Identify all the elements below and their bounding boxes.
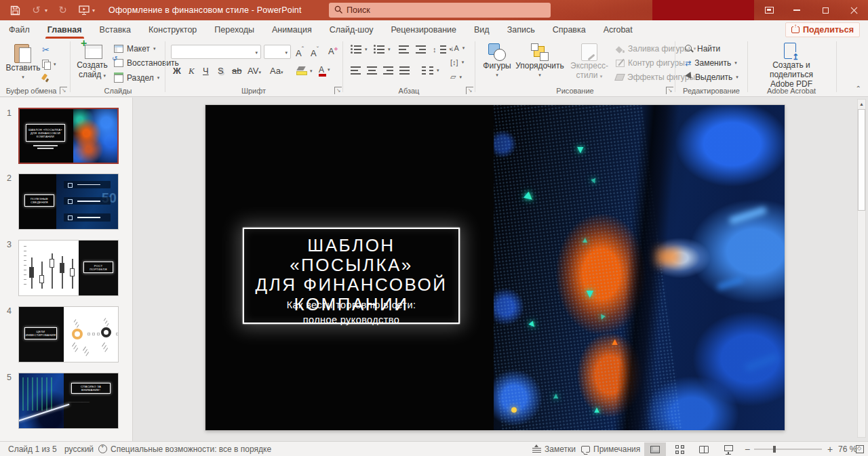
slide-thumbnail-1[interactable]: ШАБЛОН «ПОСЫЛКА» ДЛЯ ФИНАНСОВОЙ КОМПАНИИ (18, 108, 119, 164)
paragraph-dialog-launcher[interactable]: ↘ (466, 87, 473, 94)
bullets-button[interactable]: ▾ (351, 45, 368, 54)
collapse-ribbon-icon[interactable]: ⌃ (856, 85, 861, 92)
minimize-icon (793, 9, 800, 11)
vertical-scrollbar[interactable]: ▲ (857, 99, 866, 438)
comments-toggle[interactable]: Примечания (581, 442, 640, 456)
tab-view[interactable]: Вид (465, 20, 498, 39)
columns-button[interactable]: ▾ (422, 66, 439, 75)
select-button[interactable]: Выделить▾ (685, 72, 738, 82)
convert-smartart-button[interactable]: ▱▾ (450, 72, 462, 81)
underline-button[interactable]: Ч (203, 66, 209, 76)
tab-slideshow[interactable]: Слайд-шоу (321, 20, 382, 39)
tab-record[interactable]: Запись (498, 20, 544, 39)
paste-button[interactable]: Вставить ▾ (7, 43, 39, 82)
reading-view-button[interactable] (693, 442, 715, 456)
slide-thumbnail-4[interactable]: ЦЕЛИ ИНВЕСТИРОВАНИЯ (18, 306, 119, 362)
justify-button[interactable] (399, 66, 410, 75)
minimize-button[interactable] (783, 0, 811, 20)
slide-thumbnail-5[interactable]: СПАСИБО ЗА ВНИМАНИЕ! ______________ (18, 373, 119, 429)
align-text-button[interactable]: [↕]▾ (450, 58, 464, 66)
reset-button[interactable]: Восстановить (114, 58, 179, 68)
shrink-font-button[interactable]: А (311, 46, 319, 58)
tab-file[interactable]: Файл (0, 20, 39, 39)
quick-styles-button[interactable]: Экспресс- стили ▾ (568, 43, 610, 81)
text-highlight-button[interactable]: ▾ (296, 66, 313, 75)
tab-review[interactable]: Рецензирование (382, 20, 465, 39)
decrease-indent-button[interactable] (399, 45, 409, 54)
find-button[interactable]: Найти (685, 44, 720, 54)
numbering-button[interactable]: ▾ (374, 45, 391, 54)
shape-fill-button[interactable]: Заливка фигуры▾ (616, 44, 696, 54)
language-indicator[interactable]: русский (64, 442, 94, 456)
close-button[interactable] (840, 0, 868, 20)
format-painter-button[interactable] (42, 74, 51, 83)
slide-thumbnail-3[interactable]: РОСТ ПОРТФЕЛЯ (18, 240, 119, 296)
zoom-out-button[interactable]: − (745, 442, 750, 456)
increase-indent-button[interactable] (416, 45, 426, 54)
tab-design[interactable]: Конструктор (140, 20, 205, 39)
cut-button[interactable]: ✂ (42, 45, 50, 55)
slide-counter[interactable]: Слайд 1 из 5 (8, 442, 57, 456)
search-input[interactable]: Поиск (329, 3, 551, 18)
copy-button[interactable]: ▾ (42, 60, 56, 68)
character-spacing-button[interactable]: AV▾ (248, 66, 261, 76)
create-pdf-button[interactable]: Создать и поделиться Adobe PDF (751, 43, 831, 89)
align-center-button[interactable] (367, 66, 377, 75)
zoom-in-button[interactable]: + (827, 442, 833, 456)
undo-dropdown-icon[interactable]: ▾ (45, 7, 47, 14)
strikethrough-button[interactable]: ab (232, 66, 241, 76)
zoom-slider[interactable] (754, 449, 822, 450)
new-slide-button[interactable]: Создать слайд ▾ (75, 43, 110, 81)
scrollbar-thumb[interactable] (858, 109, 865, 211)
grow-font-button[interactable]: А (296, 46, 304, 58)
customize-qat-icon[interactable]: ▾ (92, 7, 95, 14)
start-slideshow-icon[interactable] (78, 5, 90, 16)
columns-icon (422, 66, 426, 75)
slide-thumbnail-2[interactable]: 50 ПОЛЕЗНЫЕ СВЕДЕНИЯ (18, 173, 119, 230)
zoom-slider-thumb[interactable] (773, 446, 776, 453)
save-icon[interactable] (9, 5, 21, 16)
align-right-button[interactable] (383, 66, 393, 75)
undo-icon[interactable]: ↺ (31, 5, 42, 16)
line-spacing-button[interactable]: ↕▾ (433, 45, 452, 54)
section-button[interactable]: Раздел▾ (114, 72, 159, 83)
align-left-button[interactable] (351, 66, 361, 75)
shape-outline-button[interactable]: Контур фигуры▾ (616, 58, 690, 68)
replace-button[interactable]: ⇄Заменить▾ (685, 58, 737, 68)
tab-help[interactable]: Справка (544, 20, 595, 39)
slide-canvas[interactable]: ▲ ▲ ▲ ▲ ▲ ▲ ▲ ▲ ▲ ▲ ШАБЛОН «ПОСЫЛКА» ДЛЯ… (205, 105, 785, 430)
font-color-button[interactable]: А▾ (319, 65, 330, 75)
tab-insert[interactable]: Вставка (91, 20, 140, 39)
maximize-button[interactable] (811, 0, 840, 20)
tab-animations[interactable]: Анимация (263, 20, 321, 39)
tab-acrobat[interactable]: Acrobat (595, 20, 642, 39)
shapes-button[interactable]: Фигуры▾ (480, 43, 514, 80)
change-case-button[interactable]: Aa▾ (270, 66, 283, 76)
drawing-dialog-launcher[interactable]: ↘ (666, 87, 673, 94)
accessibility-status[interactable]: Специальные возможности: все в порядке (98, 442, 271, 456)
clipboard-dialog-launcher[interactable]: ↘ (60, 87, 67, 94)
text-shadow-button[interactable]: S (218, 66, 224, 76)
notes-toggle[interactable]: Заметки (532, 442, 576, 456)
font-name-combo[interactable]: ▾ (171, 45, 261, 59)
tab-transitions[interactable]: Переходы (205, 20, 263, 39)
text-direction-button[interactable]: ↓A▾ (450, 44, 465, 52)
tab-home[interactable]: Главная (39, 20, 91, 39)
font-size-combo[interactable]: ▾ (264, 45, 291, 59)
slideshow-view-button[interactable] (717, 442, 739, 456)
font-dialog-launcher[interactable]: ↘ (334, 87, 342, 94)
clear-formatting-button[interactable]: А (328, 46, 338, 56)
share-button[interactable]: Поделиться (785, 22, 860, 37)
zoom-level[interactable]: 76 % (838, 442, 856, 456)
redo-icon[interactable]: ↻ (57, 5, 68, 16)
italic-button[interactable]: К (189, 66, 195, 77)
arrange-button[interactable]: Упорядочить▾ (513, 43, 567, 80)
normal-view-button[interactable] (644, 442, 666, 456)
bold-button[interactable]: Ж (173, 66, 181, 76)
scroll-up-icon[interactable]: ▲ (858, 100, 865, 108)
ribbon-display-options-button[interactable] (755, 0, 783, 20)
fit-slide-button[interactable] (856, 442, 864, 456)
layout-button[interactable]: Макет▾ (114, 44, 155, 54)
slide-subtitle-placeholder[interactable]: Как вести торговлю в сети: полное руково… (243, 297, 460, 327)
slide-sorter-button[interactable] (669, 442, 690, 456)
